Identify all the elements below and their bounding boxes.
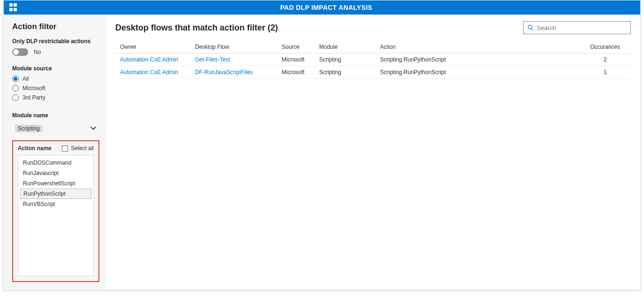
action-name-label: Action name xyxy=(18,145,52,152)
radio-label: 3rd Party xyxy=(22,94,45,101)
action-name-section: Action name Select all RunDOSCommandRunJ… xyxy=(12,140,99,282)
list-item[interactable]: RunPythonScript xyxy=(20,189,91,199)
app-title: PAD DLP IMPACT ANALYSIS xyxy=(18,4,635,11)
radio-icon xyxy=(12,94,19,101)
table-cell: Scripting.RunPythonScript xyxy=(375,66,579,79)
table-row: Automation CoE AdminDF-RunJavaScriptFile… xyxy=(115,66,631,79)
table-cell[interactable]: Automation CoE Admin xyxy=(115,66,190,79)
module-source-option[interactable]: 3rd Party xyxy=(12,94,99,101)
col-owner[interactable]: Owner xyxy=(115,41,190,53)
table-row: Automation CoE AdminGet-Files-TestMicros… xyxy=(115,53,631,66)
radio-label: Microsoft xyxy=(22,85,45,91)
search-box[interactable] xyxy=(523,21,631,34)
filter-sidebar: Action filter Only DLP restrictable acti… xyxy=(4,15,106,289)
main-content: Desktop flows that match action filter (… xyxy=(106,15,640,289)
radio-icon xyxy=(12,76,19,82)
list-item[interactable]: RunJavascript xyxy=(18,168,93,178)
search-icon xyxy=(527,24,534,31)
dlp-toggle-value: No xyxy=(34,49,41,55)
list-item[interactable]: RunVBScript xyxy=(18,199,93,209)
main-title: Desktop flows that match action filter (… xyxy=(115,23,278,33)
dlp-toggle[interactable] xyxy=(12,48,28,56)
table-cell: 1 xyxy=(579,66,631,79)
table-cell[interactable]: Get-Files-Test xyxy=(190,53,277,66)
svg-line-1 xyxy=(532,29,533,30)
module-source-group: AllMicrosoft3rd Party xyxy=(12,76,99,104)
svg-point-0 xyxy=(528,25,532,29)
module-source-label: Module source xyxy=(12,65,99,72)
search-input[interactable] xyxy=(537,24,627,31)
table-header-row: Owner Desktop Flow Source Module Action … xyxy=(115,41,631,53)
table-cell: Scripting xyxy=(315,66,375,79)
list-item[interactable]: RunDOSCommand xyxy=(18,158,93,168)
results-table: Owner Desktop Flow Source Module Action … xyxy=(115,41,631,79)
titlebar: PAD DLP IMPACT ANALYSIS xyxy=(4,0,640,15)
list-item[interactable]: RunPowershellScript xyxy=(18,178,93,189)
col-occurances[interactable]: Occurances xyxy=(579,41,631,53)
table-cell: Microsoft xyxy=(277,66,315,79)
table-cell[interactable]: DF-RunJavaScriptFiles xyxy=(190,66,277,79)
module-source-option[interactable]: Microsoft xyxy=(12,85,99,91)
module-source-option[interactable]: All xyxy=(12,76,99,82)
table-cell[interactable]: Automation CoE Admin xyxy=(115,53,190,66)
select-all-label: Select all xyxy=(71,145,94,152)
module-name-value: Scripting xyxy=(15,125,43,132)
module-name-dropdown[interactable]: Scripting xyxy=(12,122,99,135)
table-cell: 2 xyxy=(579,53,631,66)
table-cell: Microsoft xyxy=(277,53,315,66)
module-name-label: Module name xyxy=(12,112,99,119)
col-source[interactable]: Source xyxy=(277,41,315,53)
chevron-down-icon xyxy=(90,125,97,133)
table-cell: Scripting xyxy=(315,53,375,66)
col-action[interactable]: Action xyxy=(375,41,579,53)
action-name-listbox[interactable]: RunDOSCommandRunJavascriptRunPowershellS… xyxy=(18,155,94,276)
table-cell: Scripting.RunPythonScript xyxy=(375,53,579,66)
col-flow[interactable]: Desktop Flow xyxy=(190,41,277,53)
app-logo-icon xyxy=(9,3,18,12)
dlp-toggle-label: Only DLP restrictable actions xyxy=(12,38,99,45)
select-all-checkbox[interactable] xyxy=(62,145,68,152)
col-module[interactable]: Module xyxy=(315,41,375,53)
sidebar-heading: Action filter xyxy=(12,22,99,31)
radio-icon xyxy=(12,85,19,91)
radio-label: All xyxy=(22,76,29,82)
